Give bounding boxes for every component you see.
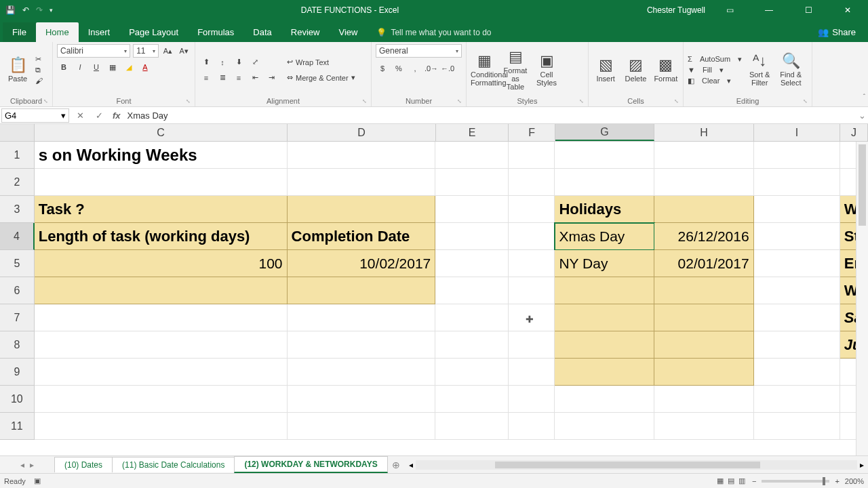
cell-F6[interactable] (509, 277, 555, 304)
worksheet-area[interactable]: CDEFGHIJ1s on Working Weeks23Task ?Holid… (0, 124, 868, 455)
fill-button[interactable]: ▼ Fill ▾ (688, 66, 724, 75)
cell-C6[interactable] (35, 277, 288, 304)
decrease-indent-icon[interactable]: ⇤ (248, 71, 262, 85)
tab-home[interactable]: Home (36, 22, 79, 42)
comma-format-icon[interactable]: , (408, 62, 422, 75)
cell-D4[interactable]: Completion Date (288, 223, 436, 250)
cell-E8[interactable] (435, 331, 509, 359)
conditional-formatting-button[interactable]: ▦Conditional Formatting (471, 53, 498, 87)
undo-icon[interactable]: ↶ (22, 5, 29, 15)
cell-H3[interactable] (654, 196, 754, 223)
fill-color-button[interactable]: ◢ (122, 60, 136, 74)
tell-me-search[interactable]: 💡 Tell me what you want to do (367, 23, 500, 42)
number-format-select[interactable]: General▾ (376, 44, 462, 58)
cell-I7[interactable] (754, 304, 840, 331)
minimize-icon[interactable]: — (754, 5, 784, 15)
cell-D6[interactable] (288, 277, 436, 304)
cell-C7[interactable] (35, 304, 288, 331)
cell-E5[interactable] (435, 250, 509, 277)
cell-F5[interactable] (509, 250, 555, 277)
italic-button[interactable]: I (73, 60, 87, 74)
close-icon[interactable]: ✕ (833, 5, 863, 15)
cell-D9[interactable] (288, 359, 436, 386)
cell-D5[interactable]: 10/02/2017 (288, 250, 436, 277)
orientation-icon[interactable]: ⤢ (248, 56, 262, 69)
copy-icon[interactable]: ⧉ (35, 66, 41, 75)
col-header-J[interactable]: J (840, 124, 868, 141)
align-middle-icon[interactable]: ↕ (216, 56, 229, 69)
cell-C9[interactable] (35, 359, 288, 386)
select-all-corner[interactable] (0, 124, 35, 141)
cell-G1[interactable] (555, 142, 654, 169)
decrease-font-icon[interactable]: A▾ (177, 44, 191, 58)
font-size-select[interactable]: 11▾ (133, 44, 158, 58)
cell-D8[interactable] (288, 331, 436, 359)
col-header-I[interactable]: I (754, 124, 840, 141)
align-center-icon[interactable]: ≣ (216, 71, 229, 85)
percent-format-icon[interactable]: % (392, 62, 406, 75)
cell-E4[interactable] (435, 223, 509, 250)
cell-F11[interactable] (509, 413, 555, 440)
cell-D1[interactable] (288, 142, 436, 169)
find-select-button[interactable]: 🔍Find & Select (777, 53, 804, 87)
macro-record-icon[interactable]: ▣ (34, 476, 41, 485)
row-header-4[interactable]: 4 (0, 223, 35, 250)
collapse-ribbon-icon[interactable]: ˆ (863, 94, 865, 101)
increase-decimal-icon[interactable]: .0→ (425, 62, 438, 75)
col-header-D[interactable]: D (288, 124, 436, 141)
cell-I1[interactable] (754, 142, 840, 169)
cell-D7[interactable] (288, 304, 436, 331)
hscroll-left-icon[interactable]: ◂ (409, 460, 413, 470)
align-left-icon[interactable]: ≡ (199, 71, 213, 85)
cell-H2[interactable] (654, 169, 754, 196)
zoom-in-icon[interactable]: + (835, 477, 839, 485)
row-header-6[interactable]: 6 (0, 277, 35, 304)
cell-D11[interactable] (288, 413, 436, 440)
align-top-icon[interactable]: ⬆ (199, 56, 213, 69)
format-as-table-button[interactable]: ▤Format as Table (502, 49, 529, 91)
cell-H7[interactable] (654, 304, 754, 331)
row-header-8[interactable]: 8 (0, 331, 35, 359)
cell-I9[interactable] (754, 359, 840, 386)
redo-icon[interactable]: ↷ (36, 5, 43, 15)
wrap-text-button[interactable]: ↩Wrap Text (282, 56, 334, 69)
cell-E1[interactable] (435, 142, 509, 169)
zoom-level[interactable]: 200% (845, 477, 864, 485)
tab-data[interactable]: Data (243, 22, 281, 42)
underline-button[interactable]: U (90, 60, 103, 74)
align-bottom-icon[interactable]: ⬇ (232, 56, 245, 69)
col-header-H[interactable]: H (654, 124, 754, 141)
row-header-7[interactable]: 7 (0, 304, 35, 331)
sheet-tab-2[interactable]: (11) Basic Date Calculations (112, 457, 235, 472)
save-icon[interactable]: 💾 (5, 5, 16, 15)
horizontal-scrollbar[interactable]: ◂ ▸ (405, 460, 868, 470)
cell-H4[interactable]: 26/12/2016 (654, 223, 754, 250)
cell-F8[interactable] (509, 331, 555, 359)
autosum-button[interactable]: Σ AutoSum ▾ (688, 55, 742, 64)
cell-F1[interactable] (509, 142, 555, 169)
cell-C4[interactable]: Length of task (working days) (35, 223, 288, 250)
new-sheet-button[interactable]: ⊕ (387, 460, 405, 470)
hscroll-right-icon[interactable]: ▸ (860, 460, 864, 470)
sort-filter-button[interactable]: ᴬ↓Sort & Filter (746, 53, 773, 87)
cell-G2[interactable] (555, 169, 654, 196)
fx-icon[interactable]: fx (108, 110, 125, 121)
view-page-break-icon[interactable]: ▥ (738, 476, 745, 485)
cell-H9[interactable] (654, 359, 754, 386)
cell-G11[interactable] (555, 413, 654, 440)
tab-scroll-right-icon[interactable]: ▸ (30, 460, 34, 470)
cell-I11[interactable] (754, 413, 840, 440)
vertical-scrollbar[interactable] (856, 142, 868, 455)
row-header-10[interactable]: 10 (0, 386, 35, 413)
cell-G5[interactable]: NY Day (555, 250, 654, 277)
cell-G6[interactable] (555, 277, 654, 304)
tab-insert[interactable]: Insert (79, 22, 120, 42)
cell-D10[interactable] (288, 386, 436, 413)
borders-button[interactable]: ▦ (106, 60, 119, 74)
font-color-button[interactable]: A (138, 60, 152, 74)
cell-G3[interactable]: Holidays (555, 196, 654, 223)
col-header-E[interactable]: E (436, 124, 509, 141)
clear-button[interactable]: ◧ Clear ▾ (688, 77, 731, 85)
cell-E10[interactable] (435, 386, 509, 413)
zoom-out-icon[interactable]: − (752, 477, 756, 485)
